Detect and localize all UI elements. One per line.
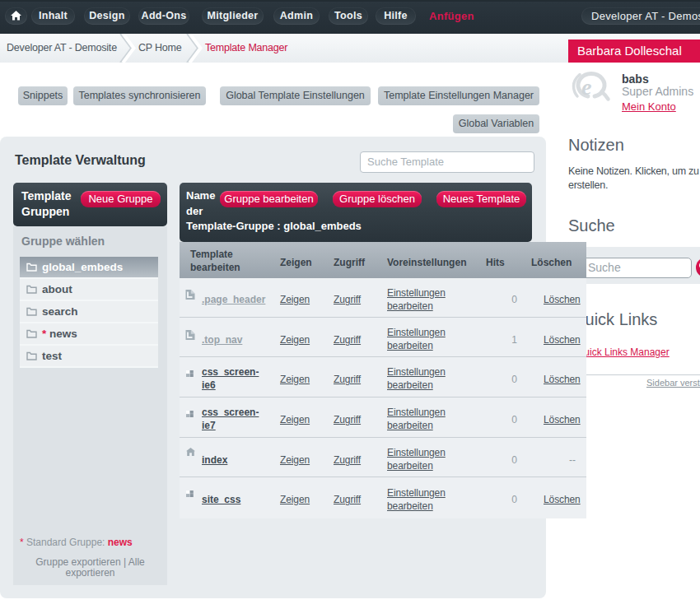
svg-text:e: e — [581, 74, 591, 100]
